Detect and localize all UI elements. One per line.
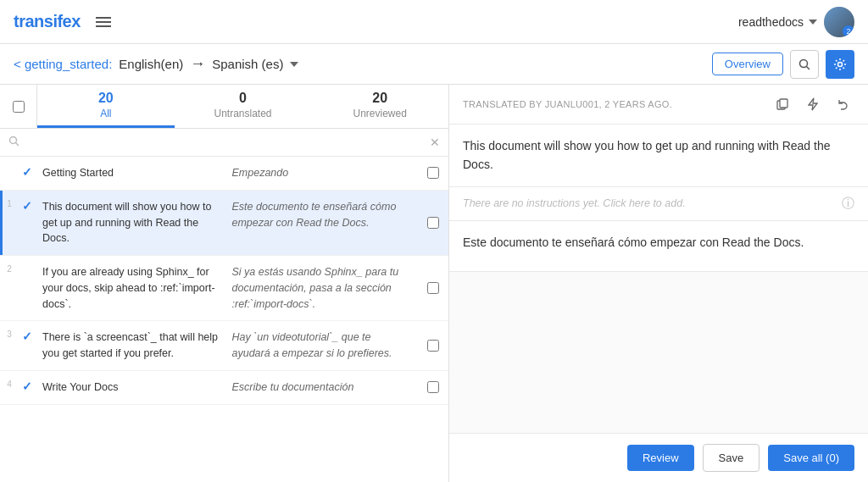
logo: transifex — [14, 12, 81, 31]
gear-icon — [833, 58, 847, 71]
string-checkbox-area — [418, 256, 448, 320]
check-icon: ✓ — [22, 330, 32, 343]
org-selector[interactable]: readthedocs — [738, 15, 817, 29]
tab-untranslated-label: Untranslated — [214, 108, 271, 119]
search-button[interactable] — [790, 50, 819, 79]
string-content: Getting Started Empezando — [36, 157, 418, 190]
breadcrumb-bar: < getting_started: English(en) → Spanish… — [0, 44, 868, 85]
string-status: ✓ — [19, 371, 36, 404]
source-text-box: This document will show you how to get u… — [449, 125, 868, 187]
string-source: Write Your Docs — [42, 380, 222, 396]
main-content: 20 All 0 Untranslated 20 Unreviewed — [0, 85, 868, 482]
check-icon: ✓ — [22, 165, 32, 179]
string-target: Empezando — [232, 165, 412, 181]
spacer — [449, 272, 868, 433]
string-content: If you are already using Sphinx_ for you… — [36, 256, 418, 320]
instructions-box[interactable]: There are no instructions yet. Click her… — [449, 187, 868, 221]
string-status — [19, 256, 36, 320]
check-icon: ✓ — [22, 380, 32, 393]
review-button[interactable]: Review — [627, 445, 694, 471]
search-icon-small — [8, 136, 19, 149]
select-all-checkbox[interactable] — [13, 101, 25, 113]
string-checkbox[interactable] — [427, 282, 439, 294]
undo-action-button[interactable] — [832, 93, 854, 115]
save-all-button[interactable]: Save all (0) — [768, 445, 854, 471]
string-source: This document will show you how to get u… — [42, 199, 222, 247]
lang-dropdown-icon[interactable] — [290, 62, 298, 67]
org-dropdown-icon — [809, 19, 817, 25]
svg-point-3 — [10, 137, 17, 144]
top-nav: transifex readthedocs 2 — [0, 0, 868, 44]
nav-right: readthedocs 2 — [738, 7, 854, 37]
tab-untranslated[interactable]: 0 Untranslated — [175, 85, 312, 128]
info-icon[interactable]: ⓘ — [842, 196, 854, 212]
translation-input-box[interactable]: Este documento te enseñará cómo empezar … — [449, 221, 868, 272]
string-checkbox-area — [418, 191, 448, 255]
tabs-area: 20 All 0 Untranslated 20 Unreviewed — [37, 85, 448, 128]
string-content: There is `a screencast`_ that will help … — [36, 321, 418, 370]
search-input[interactable] — [26, 136, 423, 149]
list-item[interactable]: 1 ✓ This document will show you how to g… — [0, 191, 448, 256]
string-checkbox[interactable] — [427, 217, 439, 229]
string-target: Escribe tu documentación — [232, 380, 412, 396]
overview-button[interactable]: Overview — [712, 53, 783, 75]
select-all-area — [0, 85, 37, 128]
lightning-action-button[interactable] — [802, 93, 824, 115]
nav-left: transifex — [14, 12, 111, 31]
avatar-badge: 2 — [843, 25, 854, 37]
target-language: Spanish (es) — [212, 57, 283, 71]
search-magnifier-icon — [8, 136, 19, 147]
string-number: 2 — [0, 256, 19, 320]
undo-icon — [837, 98, 849, 110]
tab-all[interactable]: 20 All — [37, 85, 175, 128]
tab-unreviewed[interactable]: 20 Unreviewed — [311, 85, 448, 128]
list-item[interactable]: 4 ✓ Write Your Docs Escribe tu documenta… — [0, 371, 448, 405]
string-content: This document will show you how to get u… — [36, 191, 418, 255]
tabs-row: 20 All 0 Untranslated 20 Unreviewed — [0, 85, 448, 129]
string-checkbox[interactable] — [427, 167, 439, 179]
instructions-placeholder: There are no instructions yet. Click her… — [463, 197, 686, 209]
string-checkbox-area — [418, 371, 448, 404]
strings-list: ✓ Getting Started Empezando 1 ✓ This doc… — [0, 157, 448, 482]
svg-line-4 — [16, 143, 19, 147]
string-status: ✓ — [19, 157, 36, 190]
translation-actions — [771, 93, 854, 115]
save-button[interactable]: Save — [703, 444, 760, 472]
string-number: 1 — [0, 191, 19, 255]
source-language: English(en) — [119, 57, 183, 71]
clear-search-button[interactable]: ✕ — [430, 136, 440, 149]
search-icon — [798, 58, 810, 70]
tab-unreviewed-count: 20 — [372, 91, 387, 106]
string-number: 3 — [0, 321, 19, 370]
org-name: readthedocs — [738, 15, 804, 29]
svg-point-2 — [838, 62, 843, 66]
string-checkbox[interactable] — [427, 381, 439, 393]
string-source: There is `a screencast`_ that will help … — [42, 330, 222, 362]
string-source: If you are already using Sphinx_ for you… — [42, 264, 222, 312]
tab-unreviewed-label: Unreviewed — [353, 108, 406, 119]
list-item[interactable]: ✓ Getting Started Empezando — [0, 157, 448, 191]
translation-meta: TRANSLATED BY JUANLU001, 2 YEARS AGO. — [463, 99, 672, 109]
action-bar: Review Save Save all (0) — [449, 433, 868, 482]
breadcrumb-actions: Overview — [712, 50, 854, 79]
copy-action-button[interactable] — [771, 93, 793, 115]
list-item[interactable]: 3 ✓ There is `a screencast`_ that will h… — [0, 321, 448, 371]
string-checkbox-area — [418, 321, 448, 370]
string-number — [0, 157, 19, 190]
check-icon: ✓ — [22, 199, 32, 213]
string-checkbox[interactable] — [427, 340, 439, 352]
string-target: Hay `un videotutorial`_ que te ayudará a… — [232, 330, 412, 362]
tab-all-label: All — [100, 108, 111, 119]
svg-rect-6 — [780, 99, 787, 108]
menu-button[interactable] — [96, 17, 111, 27]
string-checkbox-area — [418, 157, 448, 190]
settings-button[interactable] — [826, 50, 854, 79]
list-item[interactable]: 2 If you are already using Sphinx_ for y… — [0, 256, 448, 321]
breadcrumb-back[interactable]: < getting_started: — [14, 57, 112, 71]
search-bar: ✕ — [0, 129, 448, 157]
avatar[interactable]: 2 — [824, 7, 854, 37]
string-target: Este documento te enseñará cómo empezar … — [232, 199, 412, 247]
right-panel: TRANSLATED BY JUANLU001, 2 YEARS AGO. — [449, 85, 868, 482]
translation-text: Este documento te enseñará cómo empezar … — [463, 235, 804, 249]
svg-line-1 — [807, 66, 810, 69]
